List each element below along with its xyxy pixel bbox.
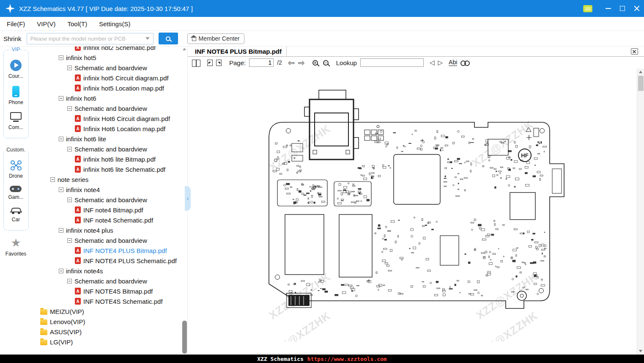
tree-item[interactable]: Schematic and boardview — [32, 276, 181, 286]
tree-item[interactable]: ASUS(VIP) — [32, 327, 181, 337]
lookup-input[interactable] — [360, 58, 424, 67]
scroll-up-arrow-icon[interactable] — [639, 71, 642, 73]
search-prev-icon[interactable]: ◁ — [430, 59, 435, 66]
lookup-label: Lookup — [336, 59, 357, 66]
member-center-button[interactable]: Member Center — [187, 33, 244, 44]
collapse-icon[interactable] — [59, 269, 63, 273]
menu-tool[interactable]: Tool(T) — [62, 20, 93, 28]
close-document-icon[interactable] — [631, 48, 638, 55]
collapse-icon[interactable] — [59, 96, 63, 101]
pdf-viewer[interactable]: XZZ@XZZHK XZZ@XZZHK XZZ@XZZHK XZZ@XZZHK … — [188, 69, 644, 355]
page-label: Page: — [229, 59, 246, 66]
car-icon — [10, 207, 22, 214]
maximize-button[interactable] — [615, 0, 630, 17]
tree-scrollbar-thumb[interactable] — [182, 321, 187, 354]
tree-item[interactable]: MEIZU(VIP) — [32, 306, 181, 316]
collapse-icon[interactable] — [50, 177, 55, 182]
pdf-toolbar: Page: /2 ⇦ ⇨ Lookup ◁ ▷ Abi — [188, 57, 644, 69]
rotate-ccw-icon[interactable] — [207, 60, 213, 66]
tree-item[interactable]: Schematic and boardview — [32, 195, 181, 205]
pdf-scrollbar-thumb[interactable] — [638, 76, 644, 91]
tree-item[interactable]: infinix hot5 — [32, 52, 181, 63]
panel-collapse-handle[interactable]: ‹ — [185, 186, 191, 211]
collapse-icon[interactable] — [67, 66, 72, 70]
tree-item[interactable]: LG(VIP) — [32, 337, 181, 347]
sidebar-item-favorites[interactable]: ★ Favorites — [5, 237, 26, 257]
tree-item-label: INF NOTE4 PLUS Schematic.pdf — [83, 257, 177, 264]
tree-item[interactable]: infinix note4 — [32, 184, 181, 195]
tree-item-label: infinix note4 plus — [66, 227, 113, 234]
sidebar-item-car[interactable]: Car — [10, 207, 22, 223]
pcb-board-diagram: XZZ@XZZHK XZZ@XZZHK XZZ@XZZHK XZZ@XZZHK … — [251, 88, 581, 341]
minimize-button[interactable] — [601, 0, 615, 17]
collapse-icon[interactable] — [59, 187, 63, 192]
close-button[interactable] — [630, 0, 644, 17]
license-card-icon[interactable] — [583, 5, 592, 12]
tree-item-selected[interactable]: INF NOTE4 PLUS Bitmap.pdf — [32, 245, 181, 256]
model-search-input[interactable] — [27, 33, 145, 44]
tree-item-label: infinix hot6 lite Bitmap.pdf — [83, 156, 156, 163]
document-tab[interactable]: INF NOTE4 PLUS Bitmap.pdf — [188, 47, 287, 56]
menu-vip[interactable]: VIP(V) — [31, 20, 61, 28]
tree-item[interactable]: INF NOTE4S Schematic.pdf — [32, 296, 181, 306]
tree-item[interactable]: infinix hot6 lite — [32, 134, 181, 144]
window-title: XZZ Schematics V4.77 [ VIP Due date: 202… — [19, 5, 193, 12]
tree-item[interactable]: Schematic and boardview — [32, 63, 181, 73]
tree-item[interactable]: Schematic and boardview — [32, 144, 181, 154]
collapse-icon[interactable] — [67, 279, 72, 283]
tree-item[interactable]: note series — [32, 174, 181, 184]
tree-item[interactable]: Schematic and boardview — [32, 103, 181, 113]
prev-page-icon[interactable]: ⇦ — [288, 59, 295, 67]
menu-settings[interactable]: Settings(S) — [93, 20, 136, 28]
tree-item[interactable]: infinix hot5 Circuit diagram.pdf — [32, 73, 181, 83]
two-page-view-icon[interactable] — [192, 60, 200, 66]
tree-item[interactable]: infinix note4s — [32, 266, 181, 276]
match-case-icon[interactable]: Abi — [449, 59, 457, 66]
tree-item[interactable]: Schematic and boardview — [32, 235, 181, 245]
sidebar-item-course[interactable]: Cour... — [8, 60, 23, 79]
pdf-icon — [75, 156, 81, 162]
sidebar-item-computer[interactable]: Com... — [8, 112, 23, 130]
search-all-icon[interactable] — [460, 60, 470, 65]
collapse-icon[interactable] — [67, 238, 72, 243]
tree-item[interactable]: infinix not2 Schematic.pdf — [32, 47, 181, 52]
page-number-input[interactable] — [249, 58, 274, 67]
tree-item[interactable]: INF note4 Bitmap.pdf — [32, 205, 181, 215]
tree-item[interactable]: infinix hot6 lite Schematic.pdf — [32, 164, 181, 174]
tree-item[interactable]: infinix hot6 — [32, 93, 181, 103]
tree-item[interactable]: infinix hot6 lite Bitmap.pdf — [32, 154, 181, 164]
tree-item[interactable]: Infinix Hot6 Location map.pdf — [32, 124, 181, 134]
sidebar-item-phone[interactable]: Phone — [8, 86, 23, 105]
search-button[interactable] — [159, 33, 178, 44]
collapse-icon[interactable] — [59, 55, 63, 60]
collapse-icon[interactable] — [67, 198, 72, 202]
dropdown-arrow-icon[interactable] — [145, 37, 150, 40]
tree-item[interactable]: INF NOTE4 PLUS Schematic.pdf — [32, 256, 181, 266]
status-url: https://www.xzztools.com — [307, 356, 387, 362]
tree-item[interactable]: infinix hot5 Location map.pdf — [32, 83, 181, 93]
sidebar-item-game[interactable]: Gam... — [8, 186, 23, 200]
next-page-icon[interactable]: ⇨ — [298, 59, 305, 67]
tree-item[interactable]: Lenovo(VIP) — [32, 316, 181, 327]
shrink-button[interactable]: Shrink — [3, 35, 22, 42]
zoom-out-icon[interactable] — [323, 60, 329, 66]
pdf-scrollbar[interactable] — [637, 69, 644, 355]
scroll-up-arrow-icon[interactable] — [183, 48, 186, 50]
scroll-down-arrow-icon[interactable] — [639, 350, 642, 352]
sidebar-item-drone[interactable]: Drone — [9, 160, 23, 179]
tree-item[interactable]: INF note4 Schematic.pdf — [32, 215, 181, 225]
pdf-icon — [75, 125, 81, 132]
zoom-in-icon[interactable] — [312, 60, 318, 66]
pdf-icon — [75, 74, 81, 81]
rotate-cw-icon[interactable] — [216, 60, 222, 66]
search-next-icon[interactable]: ▷ — [438, 59, 443, 66]
tree-item[interactable]: INF NOTE4S Bitmap.pdf — [32, 286, 181, 296]
collapse-icon[interactable] — [59, 228, 63, 233]
collapse-icon[interactable] — [59, 137, 63, 141]
titlebar: XZZ Schematics V4.77 [ VIP Due date: 202… — [0, 0, 644, 17]
tree-item[interactable]: infinix note4 plus — [32, 225, 181, 235]
menu-file[interactable]: File(F) — [0, 20, 31, 28]
tree-item[interactable]: Infinix Hot6 Circuit diagram.pdf — [32, 113, 181, 124]
collapse-icon[interactable] — [67, 106, 72, 111]
collapse-icon[interactable] — [67, 147, 72, 151]
